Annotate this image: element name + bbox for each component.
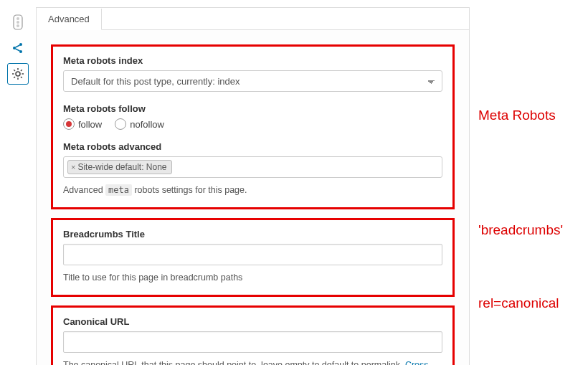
- svg-point-3: [16, 24, 19, 27]
- canonical-help: The canonical URL that this page should …: [63, 359, 442, 366]
- svg-point-2: [16, 21, 19, 24]
- section-breadcrumbs: Breadcrumbs Title Title to use for this …: [51, 218, 455, 297]
- annotation-column: Meta Robots 'breadcrumbs' rel=canonical: [470, 7, 581, 365]
- svg-line-14: [14, 70, 15, 71]
- close-icon[interactable]: ×: [71, 163, 75, 171]
- svg-line-8: [16, 49, 20, 51]
- breadcrumbs-title-label: Breadcrumbs Title: [63, 229, 442, 240]
- settings-sidebar: [7, 7, 36, 365]
- main-panel: Advanced Meta robots index Default for t…: [36, 7, 470, 365]
- annotation-breadcrumbs: 'breadcrumbs': [478, 222, 563, 238]
- radio-follow[interactable]: follow: [63, 118, 102, 130]
- tab-advanced[interactable]: Advanced: [37, 9, 102, 30]
- svg-line-7: [16, 45, 20, 47]
- gear-icon[interactable]: [7, 63, 29, 85]
- canonical-url-input[interactable]: [63, 331, 442, 353]
- svg-point-9: [16, 72, 20, 76]
- radio-follow-label: follow: [78, 119, 102, 130]
- breadcrumbs-help: Title to use for this page in breadcrumb…: [63, 271, 442, 285]
- meta-robots-index-select[interactable]: Default for this post type, currently: i…: [63, 70, 442, 92]
- radio-icon: [115, 118, 126, 130]
- svg-line-16: [14, 77, 15, 78]
- meta-robots-advanced-input[interactable]: × Site-wide default: None: [63, 156, 442, 178]
- annotation-canonical: rel=canonical: [478, 295, 559, 311]
- radio-nofollow-label: nofollow: [130, 119, 164, 130]
- meta-robots-advanced-label: Meta robots advanced: [63, 141, 442, 152]
- breadcrumbs-title-input[interactable]: [63, 244, 442, 265]
- svg-point-1: [16, 17, 19, 20]
- annotation-meta-robots: Meta Robots: [478, 108, 556, 123]
- radio-icon: [63, 118, 75, 130]
- meta-robots-index-label: Meta robots index: [63, 55, 442, 66]
- radio-nofollow[interactable]: nofollow: [115, 118, 164, 130]
- svg-line-17: [21, 70, 22, 71]
- svg-line-15: [21, 77, 22, 78]
- traffic-light-icon[interactable]: [7, 11, 29, 33]
- tag-chip-label: Site-wide default: None: [77, 162, 166, 172]
- section-meta-robots: Meta robots index Default for this post …: [51, 44, 455, 209]
- share-icon[interactable]: [7, 37, 29, 59]
- tab-bar: Advanced: [37, 8, 469, 30]
- meta-robots-advanced-help: Advanced meta robots settings for this p…: [63, 184, 442, 197]
- tag-chip[interactable]: × Site-wide default: None: [67, 160, 172, 174]
- meta-robots-follow-label: Meta robots follow: [63, 103, 442, 114]
- canonical-url-label: Canonical URL: [63, 316, 442, 327]
- section-canonical: Canonical URL The canonical URL that thi…: [51, 305, 455, 366]
